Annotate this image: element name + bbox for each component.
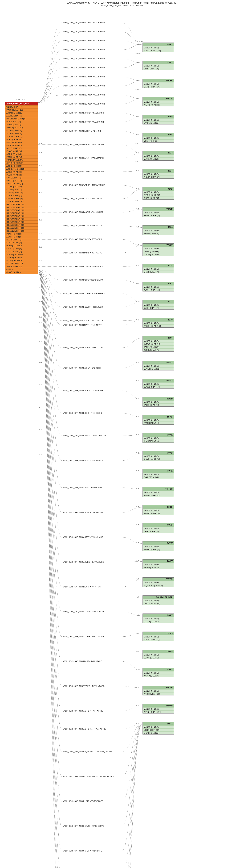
related-field-row: MANDT [CLNT (3)]: [143, 437, 173, 439]
related-field-row: VKORG [CHAR (4)]: [143, 512, 173, 515]
main-field-row: VKORG [CHAR (4)]: [5, 132, 38, 135]
related-field-row: LFART [CHAR (4)]: [143, 530, 173, 533]
related-table: TSABMANDT [CLNT (3)]ABTNR [CHAR (4)]: [142, 415, 174, 425]
main-field-row: SAISO [CHAR (4)]: [5, 176, 38, 179]
related-table-name: T001W: [143, 97, 173, 100]
main-field-row: SATNR [CHAR (18)]: [5, 161, 38, 164]
related-field-row: FKART [CHAR (4)]: [143, 476, 173, 478]
main-cardinality-top: 0..N0..N0..N: [17, 98, 25, 100]
related-table: TWPTMANDT [CLNT (3)]PLGTP [CHAR (2)]: [142, 614, 174, 623]
left-cardinality: 0..N: [39, 206, 42, 207]
edge-label: WISP_KEYS_SAP_M40-MEINS = T006-MSEHI: [62, 225, 102, 227]
related-table: T024MANDT [CLNT (3)]EKGRP [CHAR (3)]: [142, 169, 174, 179]
related-field-row: LIFNR [CHAR (10)]: [143, 67, 173, 70]
main-field-row: MATNR [CHAR (18)]: [5, 108, 38, 111]
edge-label: WISP_KEYS_SAP_M40-KDGRP = T151-KDGRP: [62, 346, 103, 349]
related-table-name: TVAK: [143, 433, 173, 437]
edge-label: WISP_KEYS_SAP_M40-SATNR = MARA-MATNR: [62, 157, 104, 159]
right-cardinality-left: 0..N: [136, 722, 139, 724]
related-table-name: MARA: [143, 79, 173, 82]
right-cardinality-left: 0..N: [136, 705, 139, 706]
right-cardinality-left: 0..N: [136, 97, 139, 99]
left-cardinality: 0..N: [39, 151, 42, 153]
related-table-name: T024: [143, 169, 173, 173]
related-field-row: MANDT [CLNT (3)]: [143, 563, 173, 566]
related-field-row: AKTHE [CHAR (4)]: [143, 566, 173, 569]
main-field-row: KSCHL [CHAR (4)]: [5, 247, 38, 250]
main-field-row: AKTYP [CHAR (4)]: [5, 170, 38, 173]
related-field-row: MANDT [CLNT (3)]: [143, 321, 173, 324]
right-cardinality-left: 0..N: [136, 152, 139, 153]
main-field-row: FKART [CHAR (4)]: [5, 241, 38, 244]
edge-label: WISP_KEYS_SAP_M40-AUART = TVAK-AUART: [62, 536, 103, 538]
right-cardinality-left: 0..N: [136, 434, 139, 435]
related-field-row: WMINR [CHAR (10)]: [143, 710, 173, 713]
related-table: TVFKMANDT [CLNT (3)]FKART [CHAR (4)]: [142, 469, 174, 479]
edge-label: WISP_KEYS_SAP_M40-VTWEG = TVTW-VTWEG: [62, 685, 105, 687]
left-cardinality: 0..N: [39, 454, 42, 456]
right-cardinality-left: 0..N: [136, 318, 139, 320]
main-field-row: EKGRP [CHAR (3)]: [5, 144, 38, 147]
right-cardinality-left: 0..N: [136, 506, 139, 507]
related-table: T005MANDT [CLNT (3)]LAND1 [CHAR (3)]: [142, 115, 174, 124]
right-cardinality-left: 0..N: [136, 488, 139, 490]
edge-label: WISP_KEYS_SAP_M40-ABTNR = TSAB-ABTNR: [62, 511, 103, 513]
edge-label: WISP_KEYS_SAP_M40-DISPO = T024D-DISPO: [62, 279, 103, 281]
edge-label: WISP_KEYS_SAP_M40-KUNRG = KNA1-KUNNR: [62, 112, 104, 114]
related-table-name: TWPT: [143, 614, 173, 617]
left-cardinality: 0..N: [39, 287, 42, 288]
right-cardinality-left: 0..N: [136, 226, 139, 228]
related-field-row: LTSNR [CHAR (6)]: [143, 732, 173, 734]
related-field-row: SERVG [CHAR (1)]: [143, 638, 173, 641]
related-field-row: MANDT [CLNT (3)]: [143, 653, 173, 656]
related-field-row: MANDT [CLNT (3)]: [143, 545, 173, 548]
edge-label: WISP_KEYS_SAP_M40-BZIRK = T171-BZIRK: [62, 367, 101, 369]
related-field-row: MANDT [CLNT (3)]: [143, 82, 173, 85]
related-field-row: MANDT [CLNT (3)]: [143, 229, 173, 232]
related-table: TWSSMANDT [CLNT (3)]SSTUF [CHAR (2)]: [142, 650, 174, 659]
main-field-row: STRNR [CHAR (18)]: [5, 253, 38, 256]
related-table: TVAUMANDT [CLNT (3)]AUGRU [CHAR (3)]: [142, 451, 174, 461]
right-cardinality-left: 0..N: [136, 578, 139, 580]
related-table: T179MANDT [CLNT (3)]PRODH [CHAR (18)]: [142, 318, 174, 328]
related-table: T042ZMANDT [CLNT (3)]LAND1 [CHAR (3)]ZLS…: [142, 243, 174, 256]
right-cardinality-bottom: 0..N0..N: [136, 52, 141, 54]
related-table: T024DMANDT [CLNT (3)]WERKS [CHAR (4)]DIS…: [142, 187, 174, 199]
edge-label: WISP_KEYS_SAP_M40-MTART = T134-MTART: [62, 324, 103, 326]
right-cardinality-left: 1: [136, 337, 137, 338]
related-table-name: LFA1: [143, 61, 173, 64]
edge-label: WISP_KEYS_SAP_M40-LFART = TVLK-LFART: [62, 660, 102, 662]
related-field-row: MANDT [CLNT (3)]: [143, 211, 173, 214]
right-cardinality-left: 0..N: [136, 614, 139, 616]
main-field-row: HIEZU06 [CHAR (10)]: [5, 218, 38, 220]
related-field-row: BZIRK [CHAR (6)]: [143, 306, 173, 309]
main-field-row: AUGRU [CHAR (3)]: [5, 114, 38, 117]
related-field-row: MANDT [CLNT (3)]: [143, 247, 173, 250]
related-table: LFA1MANDT [CLNT (3)]LIFNR [CHAR (10)]: [142, 61, 174, 70]
related-field-row: MANDT [CLNT (3)]: [143, 509, 173, 512]
related-field-row: DISPO [CHAR (3)]: [143, 196, 173, 199]
main-field-row: LAND1 [CHAR (3)]: [5, 250, 38, 253]
main-field-row: AKTNR [CHAR (10)]: [5, 111, 38, 114]
related-table-name: T005: [143, 115, 173, 118]
related-field-row: ZLSCH [CHAR (1)]: [143, 253, 173, 256]
right-cardinality-left: 0..N: [136, 133, 139, 135]
related-table: TVTWMANDT [CLNT (3)]VTWEG [CHAR (2)]: [142, 541, 174, 551]
main-field-row: HIEZU03 [CHAR (10)]: [5, 209, 38, 212]
related-table-name: TWTY: [143, 668, 173, 671]
edge-label: WISP_KEYS_SAP_M40-STRNR = MARA-MATNR: [62, 170, 104, 173]
related-field-row: MANDT [CLNT (3)]: [143, 418, 173, 422]
main-field-row: PV_GRUND [CHAR (4)]: [5, 117, 38, 120]
main-field-row: 0..N0..N: [5, 268, 38, 271]
related-table-name: T026: [143, 225, 173, 229]
related-table: TWTYMANDT [CLNT (3)]AKTYP [CHAR (4)]: [142, 668, 174, 677]
main-field-row: DISPO [CHAR (3)]: [5, 147, 38, 150]
related-table-name: TWSG: [143, 632, 173, 635]
edge-label: WISP_KEYS_SAP_M40-AUGRU = TVAU-AUGRU: [62, 561, 104, 563]
related-field-row: MANDT [CLNT (3)]: [143, 527, 173, 530]
main-field-row: HIEZU09 [CHAR (10)]: [5, 226, 38, 229]
main-field-row: VKGRP [CHAR (3)]: [5, 256, 38, 259]
left-cardinality: 0..N: [39, 179, 42, 180]
main-field-row: LTSNR [CHAR (6)]: [5, 150, 38, 153]
left-cardinality: 0..N: [39, 384, 42, 385]
